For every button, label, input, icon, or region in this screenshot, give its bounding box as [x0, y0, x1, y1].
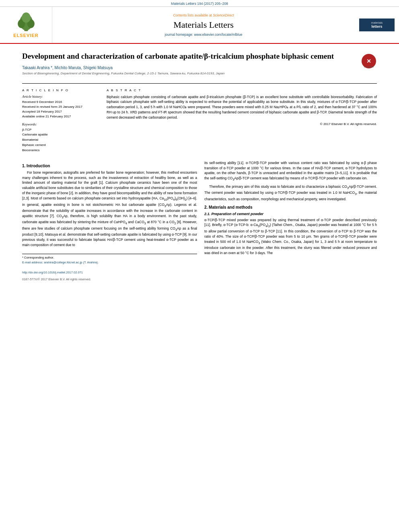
copyright-line: © 2017 Elsevier B.V. All rights reserved… [107, 122, 377, 126]
page-wrapper: Materials Letters 194 (2017) 205–208 ELS… [0, 0, 399, 532]
keyword-carbonate-apatite: Carbonate apatite [22, 132, 99, 138]
keywords-title: Keywords: [22, 122, 99, 126]
footnote-section: * Corresponding author. E-mail address: … [22, 254, 197, 265]
keyword-biomaterial: Biomaterial [22, 138, 99, 143]
history-title: Article history: [22, 94, 99, 99]
keywords-section: Keywords: β-TCP Carbonate apatite Biomat… [22, 122, 99, 153]
content-right-column: its self-setting ability [11]. α-TCP/β-T… [204, 160, 377, 266]
intro-continuation-text: its self-setting ability [11]. α-TCP/β-T… [204, 160, 377, 202]
preparation-subtitle: 2.1. Preparation of cement powder [204, 212, 377, 216]
journal-reference-bar: Materials Letters 194 (2017) 205–208 [0, 0, 399, 7]
journal-center-info: Contents lists available at ScienceDirec… [52, 7, 355, 43]
affiliation-line: Section of Bioengineering, Department of… [22, 72, 357, 75]
journal-header: ELSEVIER Contents lists available at Sci… [0, 7, 399, 44]
journal-homepage-info: journal homepage: www.elsevier.com/locat… [165, 33, 243, 37]
homepage-url[interactable]: www.elsevier.com/locate/mlblue [194, 33, 242, 37]
doi-url[interactable]: http://dx.doi.org/10.1016/j.matlet.2017.… [22, 271, 83, 274]
elsevier-logo: ELSEVIER [12, 12, 40, 38]
email-text: E-mail address: arahira@college.fdcnet.a… [22, 261, 99, 264]
keyword-biphasic-cement: Biphasic cement [22, 143, 99, 148]
received-revised-date: Received in revised form 25 January 2017 [22, 105, 99, 109]
issn-copyright: 0167-577X/© 2017 Elsevier B.V. All right… [22, 277, 91, 281]
svg-text:CrossMark: CrossMark [364, 66, 374, 68]
journal-title: Materials Letters [173, 20, 234, 30]
accepted-date: Accepted 18 February 2017 [22, 109, 99, 114]
abstract-text: Biphasic calcium phosphate consisting of… [107, 94, 377, 120]
article-info-heading: A R T I C L E I N F O [22, 88, 99, 92]
email-note: E-mail address: arahira@college.fdcnet.a… [22, 261, 197, 265]
materials-letters-badge: materials letters [359, 18, 395, 32]
introduction-title: 1. Introduction [22, 164, 197, 168]
info-abstract-section: A R T I C L E I N F O Article history: R… [0, 85, 399, 156]
abstract-heading: A B S T R A C T [107, 88, 377, 92]
crossmark-icon: ✕ CrossMark [361, 53, 377, 69]
svg-point-4 [22, 12, 31, 23]
elsevier-brand-text: ELSEVIER [13, 33, 38, 38]
corresponding-author-note: * Corresponding author. [22, 256, 197, 260]
received-date: Received 9 December 2016 [22, 100, 99, 105]
journal-reference-text: Materials Letters 194 (2017) 205–208 [171, 2, 228, 6]
authors-line: Takaaki Arahira *, Michito Maruta, Shige… [22, 66, 357, 70]
sciencedirect-link-text[interactable]: ScienceDirect [213, 13, 234, 17]
elsevier-logo-area: ELSEVIER [0, 7, 52, 43]
preparation-text: α-TCP/β-TCP mixed powder was prepared by… [204, 218, 377, 256]
doi-section: http://dx.doi.org/10.1016/j.matlet.2017.… [0, 269, 399, 276]
bottom-footer: 0167-577X/© 2017 Elsevier B.V. All right… [0, 276, 399, 283]
available-date: Available online 21 February 2017 [22, 114, 99, 119]
elsevier-tree-icon [12, 12, 40, 32]
article-title-area: Development and characterization of carb… [22, 51, 357, 78]
article-info-column: A R T I C L E I N F O Article history: R… [22, 88, 99, 153]
article-title-section: Development and characterization of carb… [0, 44, 399, 82]
abstract-column: A B S T R A C T Biphasic calcium phospha… [107, 88, 377, 153]
keyword-bioceramics: Bioceramics [22, 148, 99, 153]
separator-line [22, 83, 377, 84]
article-main-title: Development and characterization of carb… [22, 51, 357, 62]
sciencedirect-info: Contents lists available at ScienceDirec… [173, 13, 234, 17]
content-left-column: 1. Introduction For bone regeneration, a… [22, 160, 197, 266]
keyword-beta-tcp: β-TCP [22, 127, 99, 133]
svg-text:✕: ✕ [366, 58, 371, 64]
journal-badge-area: materials letters [355, 7, 399, 43]
introduction-text: For bone regeneration, autografts are pr… [22, 170, 197, 248]
materials-methods-title: 2. Materials and methods [204, 205, 377, 210]
main-content-area: 1. Introduction For bone regeneration, a… [0, 156, 399, 266]
